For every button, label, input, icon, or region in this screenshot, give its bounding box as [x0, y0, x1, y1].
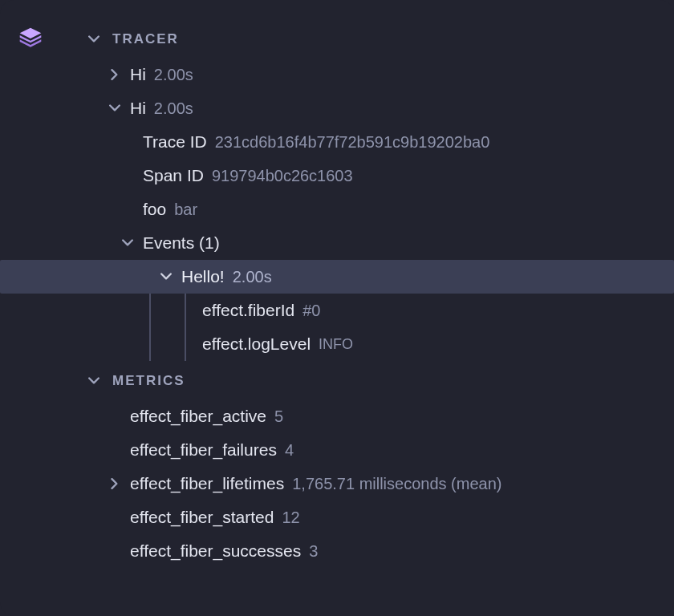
metric-label: effect_fiber_lifetimes: [130, 474, 284, 493]
metric-value: 4: [285, 441, 294, 460]
metric-value: 5: [274, 407, 283, 426]
section-title: TRACER: [112, 31, 179, 47]
event-row[interactable]: Hello! 2.00s: [82, 260, 658, 294]
metric-row[interactable]: effect_fiber_lifetimes 1,765.71 millisec…: [82, 467, 658, 500]
metric-row[interactable]: effect_fiber_failures 4: [82, 433, 658, 467]
detail-value: INFO: [319, 336, 353, 353]
chevron-down-icon: [108, 101, 122, 116]
chevron-down-icon: [159, 270, 173, 284]
section-tracer[interactable]: TRACER: [87, 22, 658, 56]
section-metrics[interactable]: METRICS: [87, 364, 658, 398]
span-row[interactable]: Hi 2.00s: [82, 58, 658, 91]
span-duration: 2.00s: [154, 66, 193, 84]
metric-row[interactable]: effect_fiber_started 12: [82, 500, 658, 534]
events-label: Events (1): [143, 233, 220, 253]
metric-row[interactable]: effect_fiber_successes 3: [82, 534, 658, 568]
events-row[interactable]: Events (1): [82, 226, 658, 260]
detail-label: Span ID: [143, 166, 204, 185]
detail-value: #0: [302, 302, 320, 320]
detail-value: bar: [174, 201, 197, 219]
event-detail-log-level[interactable]: effect.logLevel INFO: [82, 327, 658, 361]
section-title: METRICS: [112, 373, 185, 389]
detail-row-trace-id[interactable]: Trace ID 231cd6b16f4b77f72b591c9b19202ba…: [82, 125, 658, 159]
tree-root: TRACER Hi 2.00s Hi 2.00s Trace ID 231cd6…: [0, 22, 674, 568]
detail-label: effect.fiberId: [202, 301, 294, 320]
span-name: Hi: [130, 99, 146, 118]
event-name: Hello!: [181, 267, 225, 286]
event-detail-fiber-id[interactable]: effect.fiberId #0: [82, 294, 658, 327]
span-row[interactable]: Hi 2.00s: [82, 91, 658, 125]
detail-row-span-id[interactable]: Span ID 919794b0c26c1603: [82, 159, 658, 192]
metric-row[interactable]: effect_fiber_active 5: [82, 399, 658, 433]
chevron-down-icon: [87, 32, 101, 47]
detail-label: Trace ID: [143, 132, 207, 152]
event-duration: 2.00s: [233, 268, 272, 286]
metric-label: effect_fiber_started: [130, 508, 274, 527]
metric-label: effect_fiber_active: [130, 407, 266, 426]
chevron-right-icon: [108, 67, 122, 82]
detail-value: 231cd6b16f4b77f72b591c9b19202ba0: [215, 133, 490, 152]
chevron-down-icon: [120, 236, 135, 250]
detail-value: 919794b0c26c1603: [212, 167, 353, 185]
metric-value: 3: [309, 542, 318, 561]
metric-label: effect_fiber_successes: [130, 541, 301, 561]
detail-label: foo: [143, 200, 166, 219]
metric-label: effect_fiber_failures: [130, 440, 277, 460]
chevron-right-icon: [108, 476, 122, 491]
devtools-panel: TRACER Hi 2.00s Hi 2.00s Trace ID 231cd6…: [0, 0, 674, 616]
events-subtree: Hello! 2.00s effect.fiberId #0 effect.lo…: [82, 260, 658, 361]
span-duration: 2.00s: [154, 99, 193, 118]
span-name: Hi: [130, 65, 146, 84]
event-detail-block: effect.fiberId #0 effect.logLevel INFO: [82, 294, 658, 361]
chevron-down-icon: [87, 374, 101, 388]
detail-label: effect.logLevel: [202, 334, 311, 354]
metric-value: 1,765.71 milliseconds (mean): [292, 475, 501, 493]
metric-value: 12: [282, 509, 299, 527]
detail-row-foo[interactable]: foo bar: [82, 192, 658, 226]
